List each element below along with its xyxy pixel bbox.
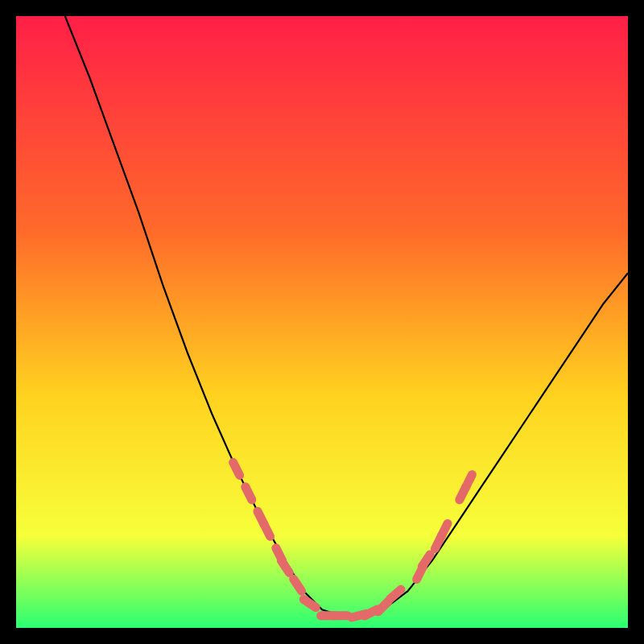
curve-marker <box>465 475 472 488</box>
chart-frame: TheBottleneck.com <box>16 16 628 628</box>
bottleneck-chart <box>16 16 628 628</box>
curve-marker <box>441 523 448 536</box>
curve-marker <box>264 523 270 536</box>
curve-marker <box>246 487 252 500</box>
gradient-background <box>16 16 628 628</box>
curve-marker <box>233 462 240 475</box>
